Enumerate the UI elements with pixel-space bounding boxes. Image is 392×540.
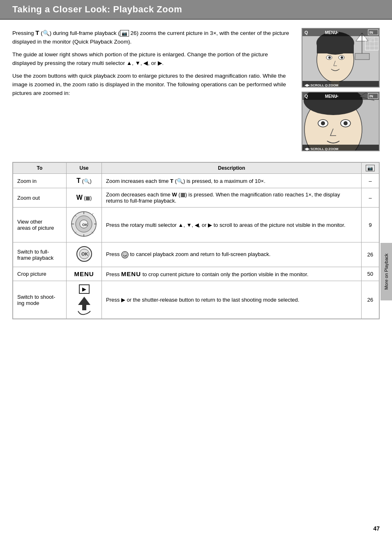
shoot-mode-label: Switch to shoot-ing mode: [13, 281, 67, 319]
top-section: Pressing T (🔍) during full-frame playbac…: [12, 28, 380, 151]
svg-text:Q: Q: [304, 30, 308, 35]
paragraph-2: The guide at lower right shows which por…: [12, 51, 289, 68]
play-icon: ▶: [79, 284, 90, 294]
svg-text:OK: OK: [123, 254, 127, 257]
ok-button-icon: OK: [76, 246, 92, 262]
shoot-mode-ref: 26: [362, 281, 379, 319]
svg-point-10: [328, 56, 331, 59]
paragraph-1: Pressing T (🔍) during full-frame playbac…: [12, 28, 289, 46]
ref-icon: 📷: [120, 30, 129, 37]
crop-desc: Press MENU to crop current picture to co…: [102, 267, 362, 281]
t-button-label: T: [35, 29, 39, 36]
svg-point-33: [344, 121, 348, 125]
svg-rect-4: [355, 53, 369, 60]
svg-rect-26: [371, 39, 374, 42]
w-bold-inline: W: [172, 192, 177, 198]
th-desc: Description: [102, 163, 362, 174]
menu-inline-label: MENU: [121, 270, 141, 277]
zoom-out-label: Zoom out: [13, 188, 67, 208]
table-header: To Use Description 📷: [13, 163, 379, 174]
side-tab-text: More on Playback: [384, 254, 389, 290]
svg-rect-7: [317, 41, 354, 53]
shutter-icon: [76, 295, 92, 315]
svg-text:OK: OK: [82, 223, 88, 227]
svg-marker-61: [78, 297, 90, 310]
shoot-mode-icons: ▶: [71, 284, 97, 315]
svg-text:✂: ✂: [335, 30, 339, 35]
ok-inline-icon: OK: [121, 251, 129, 258]
side-tab: More on Playback: [380, 243, 392, 300]
zoom-in-label: Zoom in: [13, 174, 67, 188]
svg-text:IN: IN: [369, 30, 373, 35]
svg-text:IN: IN: [369, 94, 373, 98]
table-row: Zoom out W (▦) Zoom decreases each time …: [13, 188, 379, 208]
ref-header-icon: 📷: [366, 165, 375, 171]
th-to: To: [13, 163, 67, 174]
screen-inner-1: Q MENU ✂ IN ◀▶:SCROLL Q:ZOOM: [302, 29, 379, 87]
page-container: Taking a Closer Look: Playback Zoom Pres…: [0, 0, 392, 540]
zoom-in-ref: –: [362, 174, 379, 188]
zoom-in-use: T (🔍): [67, 174, 102, 188]
table-row: Switch to shoot-ing mode ▶: [13, 281, 379, 319]
svg-text:OK: OK: [81, 252, 88, 256]
crop-use: MENU: [67, 267, 102, 281]
paragraph-3: Use the zoom buttons with quick playback…: [12, 72, 289, 98]
intro-text: Pressing T (🔍) during full-frame playbac…: [12, 28, 289, 151]
fullframe-ref: 26: [362, 242, 379, 267]
table-body: Zoom in T (🔍) Zoom increases each time T…: [13, 174, 379, 319]
crop-ref: 50: [362, 267, 379, 281]
crop-label: Crop picture: [13, 267, 67, 281]
page-title: Taking a Closer Look: Playback Zoom: [12, 4, 380, 15]
table-row: Switch to full-frame playback OK Press O…: [13, 242, 379, 267]
zoom-out-ref: –: [362, 188, 379, 208]
header-bar: Taking a Closer Look: Playback Zoom: [0, 0, 392, 20]
face-illustration-1: Q MENU ✂ IN ◀▶:SCROLL Q:ZOOM: [302, 29, 380, 88]
shoot-mode-use: ▶: [67, 281, 102, 319]
table-row: Crop picture MENU Press MENU to crop cur…: [13, 267, 379, 281]
rotary-dial-icon: OK: [71, 211, 97, 238]
fullframe-use: OK: [67, 242, 102, 267]
main-content: Pressing T (🔍) during full-frame playbac…: [0, 20, 392, 540]
page-number: 47: [373, 525, 380, 532]
menu-button-label: MENU: [74, 270, 94, 277]
svg-point-11: [341, 56, 343, 59]
t-symbol: T: [76, 177, 81, 184]
camera-screen-2: Q MENU ✂ IN ◀▶:SCROLL Q:ZOOM: [302, 92, 380, 151]
t-bold-inline: T: [170, 178, 173, 184]
view-areas-desc: Press the rotary multi selector ▲, ▼, ◀,…: [102, 208, 362, 242]
table: To Use Description 📷 Zoom in T: [13, 162, 379, 319]
camera-screen-1: Q MENU ✂ IN ◀▶:SCROLL Q:ZOOM: [302, 28, 380, 88]
zoom-out-desc: Zoom decreases each time W (▦) is presse…: [102, 188, 362, 208]
svg-text:Q: Q: [304, 94, 308, 99]
w-icon-symbol: (▦): [84, 195, 92, 201]
view-areas-use: OK: [67, 208, 102, 242]
shoot-mode-desc: Press ▶ or the shutter-release button to…: [102, 281, 362, 319]
table-row: Zoom in T (🔍) Zoom increases each time T…: [13, 174, 379, 188]
th-ref: 📷: [362, 163, 379, 174]
zoom-out-use: W (▦): [67, 188, 102, 208]
svg-point-31: [321, 121, 325, 125]
face-illustration-2: Q MENU ✂ IN ◀▶:SCROLL Q:ZOOM: [302, 92, 380, 151]
fullframe-desc: Press OK to cancel playback zoom and ret…: [102, 242, 362, 267]
zoom-in-desc: Zoom increases each time T (🔍) is presse…: [102, 174, 362, 188]
zoom-symbol: 🔍: [43, 30, 50, 36]
svg-text:✂: ✂: [335, 94, 339, 99]
view-areas-ref: 9: [362, 208, 379, 242]
svg-text:◀▶:SCROLL  Q:ZOOM: ◀▶:SCROLL Q:ZOOM: [304, 83, 339, 87]
camera-images: Q MENU ✂ IN ◀▶:SCROLL Q:ZOOM: [297, 28, 380, 151]
th-use: Use: [67, 163, 102, 174]
view-areas-label: View otherareas of picture: [13, 208, 67, 242]
svg-line-52: [92, 213, 93, 215]
fullframe-label: Switch to full-frame playback: [13, 242, 67, 267]
feature-table: To Use Description 📷 Zoom in T: [12, 162, 380, 319]
zoom-q-symbol: (🔍): [82, 178, 92, 184]
w-symbol: W: [76, 194, 83, 201]
table-row: View otherareas of picture OK: [13, 208, 379, 242]
svg-text:◀▶:SCROLL  Q:ZOOM: ◀▶:SCROLL Q:ZOOM: [304, 147, 339, 151]
